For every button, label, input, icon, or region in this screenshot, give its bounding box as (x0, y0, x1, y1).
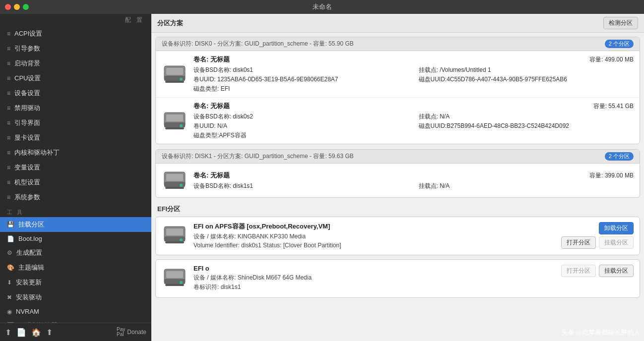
partition-type: 磁盘类型:APFS容器 (193, 131, 409, 140)
window-title: 未命名 (313, 2, 332, 11)
disk-icon: 💾 (7, 221, 14, 228)
sidebar-item-hex-converter[interactable]: 🔄 16进制转换器 (0, 318, 151, 323)
maximize-button[interactable] (23, 4, 29, 10)
main-content: 分区方案 检测分区 设备标识符: DISK0 - 分区方案: GUID_part… (151, 14, 644, 341)
download-icon: ⬇ (7, 279, 12, 286)
sidebar-item-label: 禁用驱动 (14, 104, 40, 113)
sidebar-item-banned-driver[interactable]: ≡ 禁用驱动 (0, 101, 151, 115)
detect-partition-button[interactable]: 检测分区 (603, 17, 638, 29)
sidebar-item-install-update[interactable]: ⬇ 安装更新 (0, 275, 151, 290)
partition-name: 卷名: 无标题 (193, 55, 230, 64)
paypal-icon: PayPal (117, 327, 125, 337)
paint-icon: 🎨 (7, 264, 14, 271)
share-icon[interactable]: ⬆ (46, 328, 53, 337)
disk0-partition-1: 卷名: 无标题 容量: 499.00 MB 设备BSD名称: disk0s1 挂… (156, 51, 640, 98)
svg-rect-17 (166, 228, 183, 235)
export-icon[interactable]: ⬆ (5, 328, 11, 337)
sidebar-item-boot-ui[interactable]: ≡ 引导界面 (0, 115, 151, 130)
svg-rect-9 (165, 127, 184, 129)
content-title: 分区方案 (157, 19, 183, 28)
sidebar-item-label: ACPI设置 (14, 29, 42, 38)
sidebar-menu: ≡ ACPI设置 ≡ 引导参数 ≡ 启动背景 ≡ CPU设置 ≡ 设备设置 ≡ … (0, 26, 151, 323)
sidebar-item-label: 内核和驱动补丁 (14, 148, 60, 157)
partition-size: 容量: 399.00 MB (589, 171, 634, 180)
sidebar-item-label: 变量设置 (14, 163, 40, 172)
sidebar-item-label: 显卡设置 (14, 133, 40, 142)
sidebar-item-kernel-patch[interactable]: ≡ 内核和驱动补丁 (0, 145, 151, 160)
sidebar-item-mount-partition[interactable]: 💾 挂载分区 (0, 217, 151, 232)
disk-drive-icon (162, 108, 188, 134)
disk1-info: 设备标识符: DISK1 - 分区方案: GUID_partition_sche… (162, 152, 354, 161)
sidebar-item-nvram[interactable]: ◉ NVRAM (0, 305, 151, 318)
efi-card-2: EFI o 设备 / 媒体名称: ShineDisk M667 64G Medi… (155, 259, 640, 298)
sidebar-item-sys-params[interactable]: ≡ 系统参数 (0, 190, 151, 205)
svg-point-3 (180, 78, 183, 81)
donate-button[interactable]: PayPal Donate (117, 327, 146, 337)
svg-rect-14 (165, 187, 184, 189)
svg-point-13 (180, 184, 183, 187)
partition-name: 卷名: 无标题 (193, 102, 230, 111)
sidebar-item-boot-bg[interactable]: ≡ 启动背景 (0, 56, 151, 71)
sidebar-item-var[interactable]: ≡ 变量设置 (0, 160, 151, 175)
partition-mount: 挂载点: N/A (419, 113, 634, 121)
main-layout: 配 置 ≡ ACPI设置 ≡ 引导参数 ≡ 启动背景 ≡ CPU设置 ≡ 设备设… (0, 14, 644, 341)
efi-card-2-actions: 打开分区 挂载分区 (561, 265, 634, 277)
disk1-partition-1: 卷名: 无标题 容量: 399.00 MB 设备BSD名称: disk1s1 挂… (156, 164, 640, 197)
disk-drive-icon (162, 222, 188, 248)
sidebar-item-gen-config[interactable]: ⚙ 生成配置 (0, 245, 151, 260)
sidebar-item-cpu[interactable]: ≡ CPU设置 (0, 71, 151, 86)
sidebar-item-boot-params[interactable]: ≡ 引导参数 (0, 41, 151, 56)
home-icon[interactable]: 🏠 (31, 328, 41, 337)
partition-bsd: 设备BSD名称: disk0s2 (193, 113, 409, 121)
list-icon: ≡ (7, 194, 10, 201)
disk1-section: 设备标识符: DISK1 - 分区方案: GUID_partition_sche… (155, 149, 640, 198)
partition-mount: 挂载点: N/A (419, 182, 634, 190)
svg-point-8 (180, 124, 183, 127)
partition-info-2: 卷名: 无标题 容量: 55.41 GB 设备BSD名称: disk0s2 挂载… (193, 102, 634, 140)
sidebar-item-label: NVRAM (16, 308, 39, 315)
list-icon: ≡ (7, 149, 10, 156)
sidebar-item-acpi[interactable]: ≡ ACPI设置 (0, 26, 151, 41)
file-icon[interactable]: 📄 (16, 328, 26, 337)
sidebar-item-label: 安装驱动 (16, 293, 42, 302)
minimize-button[interactable] (14, 4, 20, 10)
list-icon: ≡ (7, 30, 10, 37)
partition-uuid: 卷UUID: N/A (193, 122, 409, 130)
efi-card-2-info: EFI o 设备 / 媒体名称: ShineDisk M667 64G Medi… (193, 265, 555, 292)
disk0-partition-2: 卷名: 无标题 容量: 55.41 GB 设备BSD名称: disk0s2 挂载… (156, 98, 640, 144)
svg-rect-4 (165, 81, 184, 83)
sidebar-item-gpu[interactable]: ≡ 显卡设置 (0, 130, 151, 145)
disk-drive-icon (162, 265, 188, 290)
sidebar-item-theme-editor[interactable]: 🎨 主题编辑 (0, 260, 151, 275)
disk1-header: 设备标识符: DISK1 - 分区方案: GUID_partition_sche… (156, 150, 640, 164)
svg-rect-12 (166, 174, 183, 181)
file-icon: 📄 (7, 235, 14, 242)
disk0-header: 设备标识符: DISK0 - 分区方案: GUID_partition_sche… (156, 37, 640, 51)
content-header: 分区方案 检测分区 (151, 14, 644, 33)
efi-card-1-volume-id: Volume Identifier: disk0s1 Status: [Clov… (193, 242, 555, 249)
close-button[interactable] (5, 4, 11, 10)
mount-partition-button-2[interactable]: 挂载分区 (599, 265, 634, 277)
mount-partition-button[interactable]: 挂载分区 (599, 236, 634, 249)
sidebar-item-machine[interactable]: ≡ 机型设置 (0, 175, 151, 190)
content-body: 设备标识符: DISK0 - 分区方案: GUID_partition_sche… (151, 33, 644, 341)
cross-icon: ✖ (7, 294, 12, 301)
disk0-partition-badge: 2 个分区 (605, 40, 634, 48)
titlebar: 未命名 (0, 0, 644, 14)
open-partition-button[interactable]: 打开分区 (561, 236, 596, 249)
sidebar-item-boot-log[interactable]: 📄 Boot.log (0, 232, 151, 245)
disk1-partition-badge: 2 个分区 (605, 152, 634, 161)
circle-icon: ◉ (7, 308, 12, 315)
disk0-section: 设备标识符: DISK0 - 分区方案: GUID_partition_sche… (155, 37, 640, 144)
unmount-partition-button[interactable]: 卸载分区 (599, 222, 634, 234)
tools-section-label: 工 具 (0, 205, 151, 217)
open-partition-button-2[interactable]: 打开分区 (561, 265, 596, 277)
config-section-label: 配 置 (0, 14, 151, 26)
donate-label: Donate (127, 329, 146, 336)
list-icon: ≡ (7, 105, 10, 112)
partition-disk-uuid: 磁盘UUID:4C55D786-A407-443A-90B5-975FFE625… (419, 75, 634, 84)
svg-point-23 (180, 281, 183, 284)
sidebar-item-device[interactable]: ≡ 设备设置 (0, 86, 151, 101)
sidebar-item-install-driver[interactable]: ✖ 安装驱动 (0, 290, 151, 305)
list-icon: ≡ (7, 60, 10, 67)
